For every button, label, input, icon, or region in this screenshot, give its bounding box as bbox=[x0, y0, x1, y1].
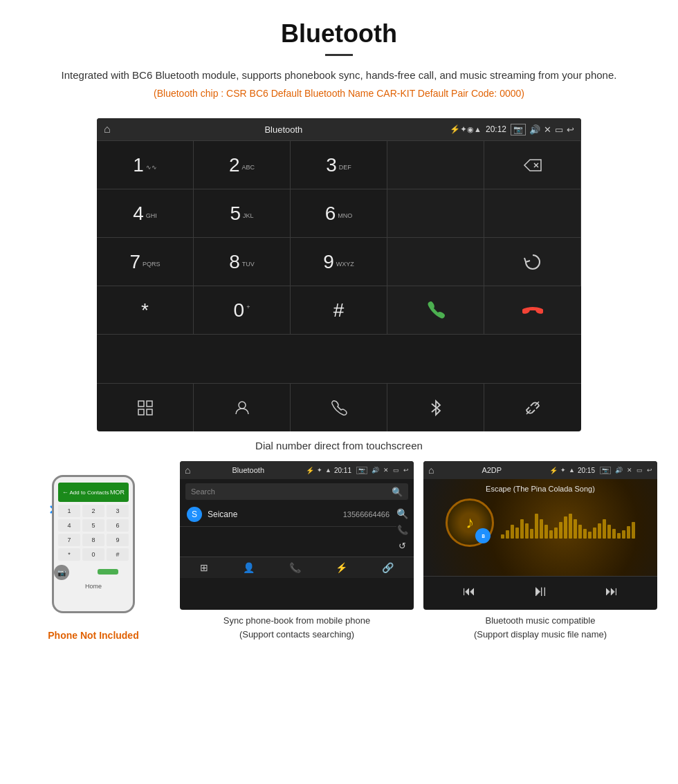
dial-key-7[interactable]: 7 PQRS bbox=[97, 238, 194, 286]
pb-back-icon[interactable]: ↩ bbox=[403, 467, 409, 474]
svg-point-6 bbox=[239, 402, 246, 409]
pb-list: S Seicane 13566664466 bbox=[180, 503, 396, 557]
signal-icon: ▲ bbox=[474, 125, 482, 133]
pb-contact-number: 13566664466 bbox=[343, 510, 390, 519]
pb-contact-name: Seicane bbox=[208, 510, 343, 519]
music-status-bar: ⌂ A2DP ⚡ ✦ ▲ 20:15 📷 🔊 ✕ ▭ ↩ bbox=[423, 461, 657, 479]
eq-bar bbox=[515, 528, 519, 539]
dial-empty-2b bbox=[484, 189, 581, 238]
camera-icon[interactable]: 📷 bbox=[511, 124, 526, 136]
close-icon[interactable]: ✕ bbox=[544, 124, 551, 135]
dial-key-3[interactable]: 3 DEF bbox=[291, 141, 387, 189]
dial-key-hash[interactable]: # bbox=[291, 286, 387, 335]
dial-empty-2a bbox=[387, 189, 484, 238]
dial-key-0[interactable]: 0 + bbox=[194, 286, 291, 335]
phone-not-included-label: Phone Not Included bbox=[48, 630, 138, 641]
pb-refresh-right-icon[interactable]: ↺ bbox=[398, 541, 406, 551]
dial-key-2[interactable]: 2 ABC bbox=[194, 141, 291, 189]
pb-bottom-nav: ⊞ 👤 📞 ⚡ 🔗 bbox=[180, 557, 414, 578]
next-track-button[interactable]: ⏭ bbox=[605, 584, 618, 599]
pb-nav-bt[interactable]: ⚡ bbox=[336, 562, 347, 573]
pb-search-bar[interactable]: Search 🔍 bbox=[185, 483, 408, 500]
svg-rect-2 bbox=[138, 401, 144, 407]
pb-x-icon[interactable]: ✕ bbox=[383, 467, 389, 474]
dial-key-5[interactable]: 5 JKL bbox=[194, 189, 291, 238]
music-win-icon[interactable]: ▭ bbox=[636, 467, 643, 474]
usb-icon: ⚡ bbox=[450, 124, 460, 134]
dial-key-star[interactable]: * bbox=[97, 286, 194, 335]
call-button[interactable] bbox=[387, 286, 484, 335]
dial-empty-3a bbox=[387, 238, 484, 286]
dial-key-4[interactable]: 4 GHI bbox=[97, 189, 194, 238]
dial-key-9[interactable]: 9 WXYZ bbox=[291, 238, 387, 286]
music-home-icon[interactable]: ⌂ bbox=[428, 465, 434, 476]
music-vol-icon[interactable]: 🔊 bbox=[615, 467, 623, 474]
phonebook-screen-block: ⌂ Bluetooth ⚡ ✦ ▲ 20:11 📷 🔊 ✕ ▭ ↩ Search… bbox=[180, 461, 414, 641]
pb-home-icon[interactable]: ⌂ bbox=[185, 465, 190, 476]
pb-nav-phone[interactable]: 📞 bbox=[289, 562, 301, 573]
link-icon-button[interactable] bbox=[484, 384, 581, 431]
eq-bar bbox=[559, 522, 562, 539]
pb-title: Bluetooth bbox=[193, 466, 303, 474]
pb-avatar: S bbox=[187, 507, 202, 522]
page-header: Bluetooth Integrated with BC6 Bluetooth … bbox=[0, 0, 678, 106]
music-note-icon: ♪ bbox=[466, 513, 474, 532]
eq-bar bbox=[627, 526, 630, 539]
eq-bar bbox=[511, 525, 514, 539]
bt-badge: ʙ bbox=[475, 528, 491, 543]
eq-bar bbox=[569, 514, 572, 539]
music-cam-icon[interactable]: 📷 bbox=[600, 467, 611, 474]
pb-nav-grid[interactable]: ⊞ bbox=[200, 562, 208, 573]
pb-cam-icon[interactable]: 📷 bbox=[356, 467, 367, 474]
backspace-button[interactable] bbox=[484, 141, 581, 189]
back-icon[interactable]: ↩ bbox=[567, 124, 574, 135]
window-icon[interactable]: ▭ bbox=[555, 124, 563, 135]
main-caption: Dial number direct from touchscreen bbox=[0, 434, 678, 461]
contacts-icon-button[interactable] bbox=[194, 384, 291, 431]
bluetooth-icon-button[interactable] bbox=[387, 384, 484, 431]
pb-win-icon[interactable]: ▭ bbox=[393, 467, 399, 474]
eq-bar bbox=[530, 529, 533, 539]
music-content: Escape (The Pina Colada Song) ♪ ʙ bbox=[423, 479, 657, 576]
page-specs: (Bluetooth chip : CSR BC6 Default Blueto… bbox=[42, 88, 636, 99]
music-time: 20:15 bbox=[578, 467, 595, 474]
pb-time: 20:11 bbox=[334, 467, 351, 474]
pb-entry-seicane[interactable]: S Seicane 13566664466 bbox=[180, 503, 396, 527]
main-screen-wrapper: ⌂ Bluetooth ⚡ ✦ ◉ ▲ 20:12 📷 🔊 ✕ ▭ ↩ 1 ∿∿ bbox=[0, 106, 678, 434]
location-icon: ◉ bbox=[467, 125, 474, 134]
home-icon[interactable]: ⌂ bbox=[104, 123, 111, 136]
pb-nav-link[interactable]: 🔗 bbox=[382, 562, 394, 573]
eq-bar bbox=[593, 528, 596, 539]
end-call-button[interactable] bbox=[484, 286, 581, 335]
phone-image-container: ← Add to Contacts MOR 123 456 789 *0# 📷 … bbox=[38, 468, 149, 627]
music-x-icon[interactable]: ✕ bbox=[627, 467, 632, 474]
page-subtitle: Integrated with BC6 Bluetooth module, su… bbox=[42, 67, 636, 84]
dial-key-1[interactable]: 1 ∿∿ bbox=[97, 141, 194, 189]
pb-search-right-icon[interactable]: 🔍 bbox=[396, 508, 408, 519]
refresh-button[interactable] bbox=[484, 238, 581, 286]
play-pause-button[interactable]: ⏯ bbox=[533, 582, 548, 600]
page-title: Bluetooth bbox=[42, 19, 636, 48]
pb-main-content: S Seicane 13566664466 🔍 📞 ↺ bbox=[180, 503, 414, 557]
bottom-icons-row bbox=[97, 383, 581, 431]
music-back-icon[interactable]: ↩ bbox=[647, 467, 652, 474]
pb-right-icons: 🔍 📞 ↺ bbox=[396, 503, 414, 557]
music-signal: ▲ bbox=[569, 467, 575, 474]
status-right-icons: 📷 🔊 ✕ ▭ ↩ bbox=[511, 124, 574, 136]
grid-icon-button[interactable] bbox=[97, 384, 194, 431]
phone-icon-button[interactable] bbox=[291, 384, 387, 431]
dial-grid: 1 ∿∿ 2 ABC 3 DEF bbox=[97, 140, 581, 383]
pb-phone-right-icon[interactable]: 📞 bbox=[397, 525, 408, 535]
search-icon[interactable]: 🔍 bbox=[392, 487, 403, 497]
pb-signal: ▲ bbox=[325, 467, 331, 474]
pb-caption: Sync phone-book from mobile phone (Suppo… bbox=[180, 610, 414, 641]
pb-vol-icon[interactable]: 🔊 bbox=[372, 467, 379, 474]
eq-bar bbox=[583, 529, 587, 539]
volume-icon[interactable]: 🔊 bbox=[529, 124, 540, 135]
pb-nav-person[interactable]: 👤 bbox=[243, 562, 255, 573]
prev-track-button[interactable]: ⏮ bbox=[463, 584, 475, 599]
eq-bar bbox=[632, 522, 635, 539]
dial-key-6[interactable]: 6 MNO bbox=[291, 189, 387, 238]
eq-bar bbox=[598, 523, 601, 539]
dial-key-8[interactable]: 8 TUV bbox=[194, 238, 291, 286]
